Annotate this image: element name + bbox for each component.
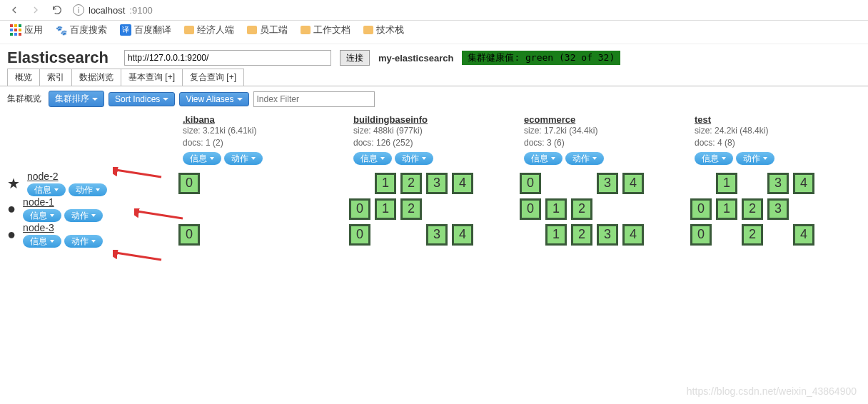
node-action-pill[interactable]: 动作: [64, 235, 103, 248]
chevron-down-icon: [592, 157, 597, 160]
view-aliases-button[interactable]: View Aliases: [179, 92, 248, 106]
cluster-sort-button[interactable]: 集群排序: [49, 91, 104, 107]
shard-box[interactable]: 3: [767, 173, 789, 194]
sort-indices-button[interactable]: Sort Indices: [108, 92, 175, 106]
index-action-pill[interactable]: 动作: [224, 152, 263, 165]
shard-box[interactable]: 3: [767, 198, 789, 220]
forward-button[interactable]: [30, 4, 41, 16]
node-name[interactable]: node-1: [23, 196, 106, 208]
index-name[interactable]: .kibana: [183, 114, 345, 125]
index-header: buildingbaseinfosize: 488ki (977ki)docs:…: [349, 111, 520, 171]
index-name[interactable]: ecommerce: [524, 114, 686, 125]
folder-icon: [184, 26, 194, 34]
shard-box[interactable]: 1: [545, 224, 567, 246]
shard-cell: 134: [690, 171, 861, 196]
node-info-pill[interactable]: 信息: [23, 235, 61, 248]
shard-box[interactable]: 2: [571, 224, 592, 246]
index-header: testsize: 24.2ki (48.4ki)docs: 4 (8)信息 动…: [690, 111, 861, 171]
index-action-pill[interactable]: 动作: [395, 152, 433, 165]
shard-box[interactable]: 2: [400, 198, 422, 220]
shard-box[interactable]: 0: [520, 198, 541, 220]
shard-box[interactable]: 3: [597, 173, 618, 194]
address-bar[interactable]: i localhost:9100: [73, 4, 153, 16]
shard-cell: 0: [178, 222, 349, 248]
shard-box[interactable]: 3: [426, 173, 448, 194]
reload-button[interactable]: [51, 4, 63, 16]
shard-box[interactable]: 4: [622, 224, 644, 246]
shard-box[interactable]: 4: [452, 224, 473, 246]
shard-box[interactable]: 4: [793, 173, 814, 194]
shard-box[interactable]: 3: [426, 224, 448, 246]
bookmark-baidu-translate[interactable]: 译百度翻译: [120, 24, 171, 36]
shard-box[interactable]: 0: [178, 173, 200, 194]
shard-box[interactable]: 1: [545, 198, 567, 220]
index-action-pill[interactable]: 动作: [736, 152, 774, 165]
chevron-down-icon: [237, 98, 243, 101]
svg-line-2: [116, 253, 161, 260]
folder-icon: [301, 26, 311, 34]
svg-line-0: [116, 170, 161, 177]
chevron-down-icon: [50, 240, 54, 243]
chevron-down-icon: [251, 157, 256, 160]
index-info-pill[interactable]: 信息: [183, 152, 221, 165]
node-name[interactable]: node-3: [23, 222, 106, 233]
bookmark-employee[interactable]: 员工端: [247, 24, 288, 36]
shard-box[interactable]: 1: [716, 173, 737, 194]
shard-box[interactable]: 2: [571, 198, 592, 220]
shard-box[interactable]: 2: [742, 198, 763, 220]
index-action-pill[interactable]: 动作: [565, 152, 604, 165]
index-info-pill[interactable]: 信息: [353, 152, 392, 165]
shard-box[interactable]: 0: [349, 224, 370, 246]
index-info-pill[interactable]: 信息: [524, 152, 562, 165]
node-info-pill[interactable]: 信息: [23, 209, 61, 222]
chevron-down-icon: [210, 157, 214, 160]
shard-cell: 0123: [690, 196, 861, 222]
shard-box[interactable]: 4: [793, 224, 814, 246]
node-name[interactable]: node-2: [27, 171, 110, 182]
shard-box[interactable]: 1: [716, 198, 737, 220]
bookmark-economy[interactable]: 经济人端: [184, 24, 234, 36]
folder-icon: [247, 26, 257, 34]
apps-button[interactable]: 应用: [10, 24, 43, 36]
connection-url-input[interactable]: [124, 50, 331, 66]
node-action-pill[interactable]: 动作: [64, 209, 103, 222]
tab-compound-query[interactable]: 复合查询 [+]: [182, 69, 244, 86]
folder-icon: [363, 26, 373, 34]
shard-box[interactable]: 2: [400, 173, 422, 194]
index-docs: docs: 3 (6): [524, 137, 686, 149]
index-info-pill[interactable]: 信息: [695, 152, 733, 165]
apps-icon: [10, 24, 21, 36]
tab-browser[interactable]: 数据浏览: [71, 69, 121, 86]
shard-cell: 024: [690, 222, 861, 248]
chevron-down-icon: [92, 98, 98, 101]
node-info-pill[interactable]: 信息: [27, 183, 66, 196]
shard-box[interactable]: 0: [520, 173, 541, 194]
shard-box[interactable]: 4: [452, 173, 473, 194]
shard-box[interactable]: 1: [375, 173, 396, 194]
arrow-annotation: [113, 167, 163, 183]
index-name[interactable]: buildingbaseinfo: [353, 114, 515, 125]
bookmark-baidu-search[interactable]: 🐾百度搜索: [56, 24, 107, 36]
back-button[interactable]: [9, 4, 20, 16]
shard-cell: 034: [520, 171, 690, 196]
tab-basic-query[interactable]: 基本查询 [+]: [121, 69, 183, 86]
bookmark-workdocs[interactable]: 工作文档: [301, 24, 350, 36]
index-size: size: 3.21ki (6.41ki): [183, 125, 345, 137]
shard-box[interactable]: 0: [178, 224, 200, 246]
index-name[interactable]: test: [695, 114, 857, 125]
shard-box[interactable]: 0: [690, 198, 712, 220]
node-action-pill[interactable]: 动作: [69, 183, 107, 196]
shard-box[interactable]: 1: [375, 198, 396, 220]
shard-box[interactable]: 3: [597, 224, 618, 246]
tab-overview[interactable]: 概览: [7, 69, 40, 86]
chevron-down-icon: [722, 157, 726, 160]
shard-box[interactable]: 4: [622, 173, 644, 194]
chevron-down-icon: [163, 98, 168, 101]
tab-indices[interactable]: 索引: [39, 69, 72, 86]
index-filter-input[interactable]: [253, 91, 375, 107]
bookmark-tech[interactable]: 技术栈: [363, 24, 404, 36]
shard-box[interactable]: 0: [349, 198, 370, 220]
shard-box[interactable]: 2: [742, 224, 763, 246]
shard-box[interactable]: 0: [690, 224, 712, 246]
connect-button[interactable]: 连接: [340, 50, 370, 66]
